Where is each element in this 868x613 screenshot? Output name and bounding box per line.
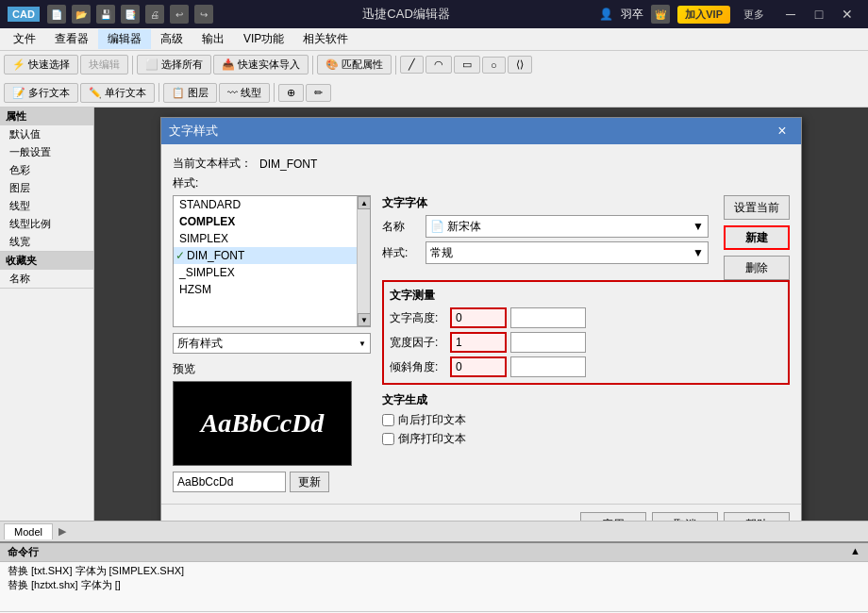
style-label-row: 样式: xyxy=(173,175,790,191)
width-label: 宽度因子: xyxy=(390,335,446,351)
height-input-extra[interactable] xyxy=(510,307,586,328)
font-style-row: 样式: 常规 ▼ xyxy=(382,241,709,264)
left-sidebar: 属性 默认值 一般设置 色彩 图层 线型 线型比例 线宽 收藏夹 名称 xyxy=(0,108,94,521)
circle-tool[interactable]: ○ xyxy=(482,57,506,74)
apply-button[interactable]: 应用 xyxy=(580,512,646,521)
menu-file[interactable]: 文件 xyxy=(4,29,45,49)
scroll-up-btn[interactable]: ▲ xyxy=(358,196,371,209)
filter-select[interactable]: 所有样式 ▼ xyxy=(173,333,371,354)
sidebar-linetype-scale[interactable]: 线型比例 xyxy=(0,215,93,233)
preview-box: AaBbCcDd xyxy=(173,381,352,466)
menu-advanced[interactable]: 高级 xyxy=(151,29,192,49)
style-item-hzsm[interactable]: HZSM xyxy=(174,281,357,298)
quick-import-btn[interactable]: 📥 快速实体导入 xyxy=(213,55,309,75)
sidebar-general-settings[interactable]: 一般设置 xyxy=(0,143,93,161)
width-input-extra[interactable] xyxy=(510,332,586,353)
style-list-container[interactable]: STANDARD COMPLEX SIMPLEX ✓ xyxy=(173,195,371,327)
style-item-complex[interactable]: COMPLEX xyxy=(174,213,357,230)
crown-icon: 👑 xyxy=(651,5,670,24)
preview-input[interactable] xyxy=(173,472,286,492)
help-button[interactable]: 帮助 xyxy=(724,512,790,521)
dialog-close-button[interactable]: × xyxy=(771,120,793,142)
width-row: 宽度因子: xyxy=(390,332,782,353)
settings-panel: 文字字体 名称 📄 新宋体 ▼ xyxy=(382,195,790,492)
height-input[interactable] xyxy=(450,307,507,328)
style-item-standard[interactable]: STANDARD xyxy=(174,196,357,213)
filter-arrow-icon: ▼ xyxy=(359,340,366,348)
set-current-button[interactable]: 设置当前 xyxy=(724,195,790,220)
tilt-input-extra[interactable] xyxy=(510,356,586,377)
sidebar-default[interactable]: 默认值 xyxy=(0,125,93,143)
textgen-title: 文字生成 xyxy=(382,392,790,408)
menu-vip[interactable]: VIP功能 xyxy=(234,29,293,49)
print-icon[interactable]: 🖨 xyxy=(145,5,164,24)
cancel-button[interactable]: 取消 xyxy=(652,512,718,521)
snap-btn[interactable]: ⊕ xyxy=(278,84,304,102)
tab-scroll-right[interactable]: ▶ xyxy=(58,525,66,538)
properties-header[interactable]: 属性 xyxy=(0,108,93,125)
tab-model[interactable]: Model xyxy=(4,523,53,539)
menu-output[interactable]: 输出 xyxy=(192,29,234,49)
rect-tool[interactable]: ▭ xyxy=(454,56,480,74)
style-list-scrollbar[interactable]: ▲ ▼ xyxy=(357,196,370,326)
favorites-header[interactable]: 收藏夹 xyxy=(0,252,93,270)
width-input[interactable] xyxy=(450,332,507,353)
menu-editor[interactable]: 编辑器 xyxy=(98,29,151,49)
action-buttons: 设置当前 新建 删除 xyxy=(724,195,790,280)
line-tool[interactable]: ╱ xyxy=(400,56,424,74)
close-window-button[interactable]: ✕ xyxy=(834,5,860,24)
style-item-simplex[interactable]: SIMPLEX xyxy=(174,230,357,247)
match-attr-btn[interactable]: 🎨 匹配属性 xyxy=(317,55,392,75)
select-all-btn[interactable]: ⬜ 选择所有 xyxy=(137,55,211,75)
style-item-simplex2[interactable]: _SIMPLEX xyxy=(174,264,357,281)
saveas-icon[interactable]: 📑 xyxy=(121,5,140,24)
menu-related[interactable]: 相关软件 xyxy=(293,29,358,49)
multi-text-btn[interactable]: 📝 多行文本 xyxy=(4,83,78,103)
single-text-btn[interactable]: ✏️ 单行文本 xyxy=(80,83,155,103)
polyline-tool[interactable]: ⟨⟩ xyxy=(508,56,532,74)
quick-select-btn[interactable]: ⚡ 快速选择 xyxy=(4,55,78,75)
style-item-dimfont[interactable]: ✓DIM_FONT xyxy=(174,247,357,264)
new-button[interactable]: 新建 xyxy=(724,225,790,250)
font-name-dropdown[interactable]: 📄 新宋体 ▼ xyxy=(426,215,709,238)
maximize-button[interactable]: □ xyxy=(806,5,832,24)
title-bar: CAD 📄 📂 💾 📑 🖨 ↩ ↪ 迅捷CAD编辑器 👤 羽卒 👑 加入VIP … xyxy=(0,0,868,28)
command-collapse-icon[interactable]: ▲ xyxy=(850,545,860,556)
redo-icon[interactable]: ↪ xyxy=(194,5,213,24)
open-icon[interactable]: 📂 xyxy=(72,5,91,24)
sidebar-name[interactable]: 名称 xyxy=(0,270,93,288)
arc-tool[interactable]: ◠ xyxy=(426,56,452,74)
properties-section: 属性 默认值 一般设置 色彩 图层 线型 线型比例 线宽 xyxy=(0,108,93,252)
upsidedown-label: 倒序打印文本 xyxy=(398,431,466,447)
save-icon[interactable]: 💾 xyxy=(96,5,115,24)
tilt-input[interactable] xyxy=(450,356,507,377)
update-button[interactable]: 更新 xyxy=(290,472,329,492)
drawing-area[interactable]: 文字样式 × 当前文本样式： DIM_FONT 样式: xyxy=(94,108,868,521)
minimize-button[interactable]: ─ xyxy=(777,5,804,24)
delete-button[interactable]: 删除 xyxy=(724,256,790,280)
sidebar-linetype[interactable]: 线型 xyxy=(0,197,93,215)
block-edit-btn[interactable]: 块编辑 xyxy=(80,55,128,75)
command-output: 替换 [txt.SHX] 字体为 [SIMPLEX.SHX] 替换 [hztxt… xyxy=(0,562,868,611)
title-bar-left: CAD 📄 📂 💾 📑 🖨 ↩ ↪ xyxy=(8,5,213,24)
toolbar-row-1: ⚡ 快速选择 块编辑 ⬜ 选择所有 📥 快速实体导入 🎨 匹配属性 ╱ ◠ ▭ … xyxy=(0,51,868,79)
sidebar-color[interactable]: 色彩 xyxy=(0,161,93,179)
more-button[interactable]: 更多 xyxy=(738,6,770,24)
preview-text: AaBbCcDd xyxy=(201,408,325,439)
upsidedown-checkbox[interactable] xyxy=(382,433,394,445)
backward-checkbox[interactable] xyxy=(382,414,394,426)
scroll-down-btn[interactable]: ▼ xyxy=(358,313,371,326)
layer-btn[interactable]: 📋 图层 xyxy=(163,83,217,103)
new-file-icon[interactable]: 📄 xyxy=(47,5,66,24)
sep4 xyxy=(159,83,159,102)
dialog-title: 文字样式 xyxy=(169,123,218,140)
measure-title: 文字测量 xyxy=(390,288,782,304)
edit-snap-btn[interactable]: ✏ xyxy=(306,84,331,102)
sidebar-layer[interactable]: 图层 xyxy=(0,179,93,197)
menu-viewer[interactable]: 查看器 xyxy=(45,29,98,49)
font-style-dropdown[interactable]: 常规 ▼ xyxy=(426,241,709,264)
vip-button[interactable]: 加入VIP xyxy=(677,6,730,24)
sidebar-linewidth[interactable]: 线宽 xyxy=(0,233,93,251)
undo-icon[interactable]: ↩ xyxy=(170,5,189,24)
linetype-btn[interactable]: 〰 线型 xyxy=(219,83,270,103)
